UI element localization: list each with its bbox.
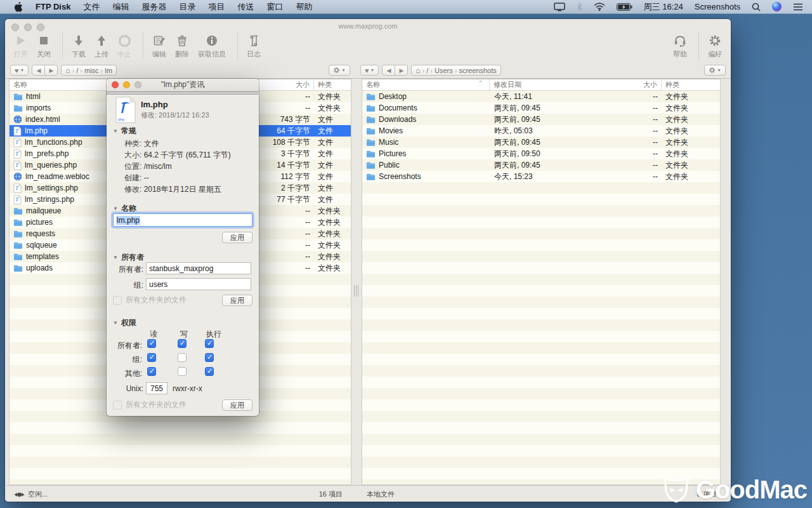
owner-section-header[interactable]: ▼ 所有者 [113,252,144,263]
disclosure-triangle-icon[interactable]: ▼ [113,206,118,211]
local-forward-button[interactable]: ▶ [395,65,408,76]
pane-divider[interactable] [351,79,362,485]
bluetooth-icon[interactable] [575,0,584,14]
disclosure-triangle-icon[interactable]: ▼ [113,255,118,260]
column-header-name[interactable]: 名称⌃ [362,80,489,90]
remote-back-button[interactable]: ◀ [32,65,45,76]
breadcrumb-segment[interactable]: / [426,67,428,74]
menu-directory[interactable]: 目录 [173,0,202,14]
local-file-row[interactable]: Screenshots今天, 15:23--文件夹 [362,171,720,182]
download-button[interactable]: 下载 [72,33,86,59]
local-file-row[interactable]: Downloads两天前, 09:45--文件夹 [362,114,720,125]
dialog-titlebar[interactable]: "lm.php"资讯 [107,79,259,91]
notification-center-icon[interactable] [792,0,804,14]
column-header-kind[interactable]: 种类 [662,80,720,90]
battery-icon[interactable] [615,0,634,14]
remote-forward-button[interactable]: ▶ [44,65,58,76]
apply-name-button[interactable]: 应用 [222,232,252,243]
menu-help[interactable]: 帮助 [289,0,318,14]
menu-transfer[interactable]: 传送 [231,0,260,14]
owner-input[interactable] [146,262,251,274]
column-header-kind[interactable]: 种类 [314,80,351,90]
wifi-icon[interactable] [593,0,606,14]
menu-edit[interactable]: 编辑 [106,0,135,14]
column-header-size[interactable]: 大小 [623,80,661,90]
permission-checkbox[interactable] [147,367,156,376]
edit-button[interactable]: 编辑 [152,33,166,59]
log-button[interactable]: 日志 [247,33,261,59]
dialog-zoom-button[interactable] [134,81,141,88]
local-file-row[interactable]: Documents两天前, 09:45--文件夹 [362,102,720,114]
remote-actions-button[interactable]: ▼ [329,65,350,76]
file-kind: 文件 [314,171,351,182]
menu-item[interactable]: 项目 [202,0,231,14]
local-file-row[interactable]: Movies昨天, 05:03--文件夹 [362,125,720,137]
dialog-minimize-button[interactable] [123,81,130,88]
open-button[interactable]: 打开 [14,33,28,59]
permission-checkbox[interactable] [178,339,187,348]
breadcrumb-segment[interactable]: Users [435,67,453,74]
file-kind: 文件夹 [662,137,720,148]
all-folder-files-checkbox[interactable] [113,296,122,305]
menu-server[interactable]: 服务器 [135,0,173,14]
menu-clock[interactable]: 周三 16:24 [643,0,684,14]
local-list-header[interactable]: 名称⌃ 修改日期 大小 种类 [362,79,720,91]
general-section-header[interactable]: ▼ 常规 [113,126,136,137]
local-file-row[interactable]: Pictures两天前, 09:50--文件夹 [362,148,720,159]
apply-owner-button[interactable]: 应用 [222,295,252,306]
local-favorites-button[interactable]: ♥▼ [360,65,379,76]
breadcrumb-segment[interactable]: screenshots [459,67,496,74]
menu-file[interactable]: 文件 [77,0,106,14]
delete-button[interactable]: 删除 [175,33,189,59]
permission-checkbox[interactable] [178,353,187,362]
menu-app-name[interactable]: FTP Disk [29,0,77,14]
permission-checkbox[interactable] [205,339,214,348]
local-file-row[interactable]: Public两天前, 09:45--文件夹 [362,159,720,171]
file-size: -- [624,149,662,158]
unix-mode-input[interactable] [146,382,167,394]
remote-breadcrumb[interactable]: ⌂ ›/ ›misc ›lm [61,65,117,76]
disclosure-triangle-icon[interactable]: ▼ [113,128,118,134]
group-input[interactable] [146,278,251,290]
permission-checkbox[interactable] [205,367,214,376]
permission-checkbox[interactable] [147,353,156,362]
permission-checkbox[interactable] [205,353,214,362]
info-label: 位置: [124,162,141,171]
sort-ascending-icon: ⌃ [478,80,485,90]
abort-button[interactable]: 中止 [117,33,131,59]
name-section-header[interactable]: ▼ 名称 [113,203,136,214]
divider-handle-icon[interactable] [354,285,358,297]
column-header-date[interactable]: 修改日期 [490,80,623,90]
display-icon[interactable] [553,0,566,14]
remote-favorites-button[interactable]: ♥▼ [10,65,29,76]
file-name-input[interactable]: lm.php [113,213,252,227]
preferences-button[interactable]: 偏好 [708,33,722,59]
permissions-section-header[interactable]: ▼ 权限 [113,318,136,328]
all-folder-files-checkbox[interactable] [113,401,122,410]
breadcrumb-segment[interactable]: lm [105,67,112,74]
get-info-button[interactable]: 获取信息 [198,33,226,59]
permission-checkbox[interactable] [178,367,187,376]
help-button[interactable]: 帮助 [673,33,687,59]
local-back-button[interactable]: ◀ [382,65,395,76]
close-button[interactable]: 关闭 [37,33,51,59]
breadcrumb-segment[interactable]: misc [84,67,99,74]
local-breadcrumb[interactable]: ⌂ ›/ ›Users ›screenshots [411,65,501,76]
apple-menu[interactable] [8,0,29,14]
breadcrumb-segment[interactable]: / [76,67,78,74]
local-file-row[interactable]: Desktop今天, 11:41--文件夹 [362,91,720,102]
siri-icon[interactable] [771,0,783,14]
menu-account[interactable]: Screenshots [693,0,742,14]
local-file-list[interactable]: Desktop今天, 11:41--文件夹Documents两天前, 09:45… [362,91,720,485]
spotlight-icon[interactable] [750,0,762,14]
apply-permissions-button[interactable]: 应用 [222,399,252,411]
local-file-row[interactable]: Music两天前, 09:45--文件夹 [362,137,720,148]
dialog-close-button[interactable] [112,81,119,88]
file-kind: 文件夹 [314,91,351,102]
window-titlebar[interactable]: www.maxprog.com [5,19,731,32]
menu-window[interactable]: 窗口 [260,0,289,14]
upload-button[interactable]: 上传 [95,33,108,59]
disclosure-triangle-icon[interactable]: ▼ [113,320,118,326]
permission-checkbox[interactable] [147,339,156,348]
local-actions-button[interactable]: ▼ [704,65,726,76]
